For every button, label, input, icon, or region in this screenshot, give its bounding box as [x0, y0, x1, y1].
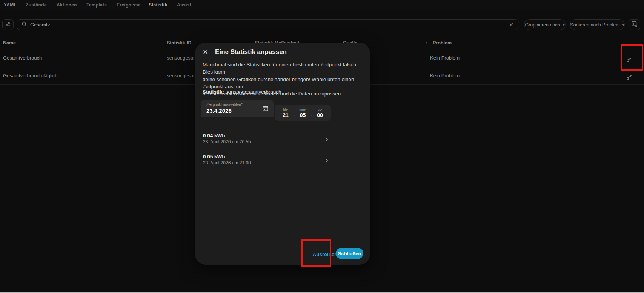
- statistic-value: sensor.gesamtverbrauch: [226, 89, 281, 95]
- sample-value: 0.04 kWh: [203, 133, 225, 138]
- statistic-id-line: Statistik: sensor.gesamtverbrauch: [203, 89, 281, 95]
- sample-time: 23. April 2026 um 21:00: [203, 160, 251, 166]
- sample-time: 23. April 2026 um 20:55: [203, 139, 251, 144]
- developer-tools-page: YAML Zustände Aktionen Template Ereignis…: [0, 0, 644, 293]
- time-separator: :: [310, 112, 312, 117]
- minutes-field[interactable]: mm* 05: [297, 108, 309, 118]
- close-icon[interactable]: ✕: [203, 48, 208, 56]
- statistic-sample-item[interactable]: 0.05 kWh 23. April 2026 um 21:00 ›: [195, 153, 370, 170]
- statistic-sample-item[interactable]: 0.04 kWh 23. April 2026 um 20:55 ›: [195, 132, 370, 149]
- date-picker-field[interactable]: Zeitpunkt auswählen* 23.4.2026: [201, 100, 274, 117]
- close-button[interactable]: Schließen: [336, 248, 363, 259]
- time-separator: :: [294, 112, 295, 117]
- dialog-header: ✕ Eine Statistik anpassen: [203, 48, 287, 56]
- statistic-label: Statistik:: [203, 89, 224, 95]
- adjust-statistic-dialog: ✕ Eine Statistik anpassen Manchmal sind …: [195, 43, 370, 265]
- seconds-field[interactable]: ss* 00: [314, 108, 326, 118]
- chevron-right-icon: ›: [326, 135, 328, 143]
- calendar-icon[interactable]: [262, 105, 269, 112]
- time-picker: hh* 21 : mm* 05 : ss* 00: [275, 105, 331, 121]
- date-picker-value: 23.4.2026: [206, 107, 232, 114]
- date-picker-label: Zeitpunkt auswählen*: [206, 103, 243, 107]
- chevron-right-icon: ›: [326, 156, 328, 164]
- dialog-title: Eine Statistik anpassen: [215, 48, 287, 56]
- hours-field[interactable]: hh* 21: [280, 108, 292, 118]
- sample-value: 0.05 kWh: [203, 154, 225, 160]
